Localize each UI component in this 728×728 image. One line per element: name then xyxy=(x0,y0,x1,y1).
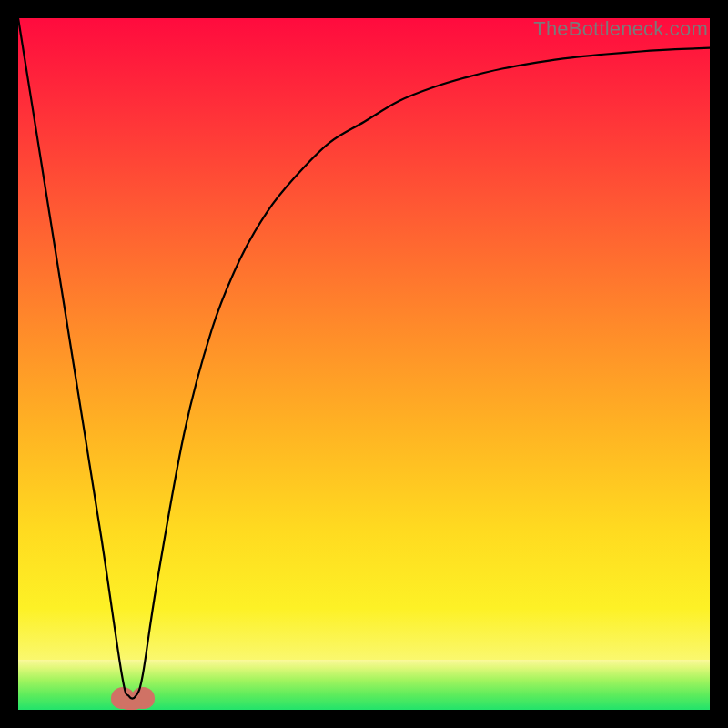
chart-frame: TheBottleneck.com xyxy=(0,0,728,728)
attribution-text: TheBottleneck.com xyxy=(533,18,708,41)
bottleneck-curve-path xyxy=(18,18,710,699)
plot-area: TheBottleneck.com xyxy=(18,18,710,710)
curve-svg xyxy=(18,18,710,710)
